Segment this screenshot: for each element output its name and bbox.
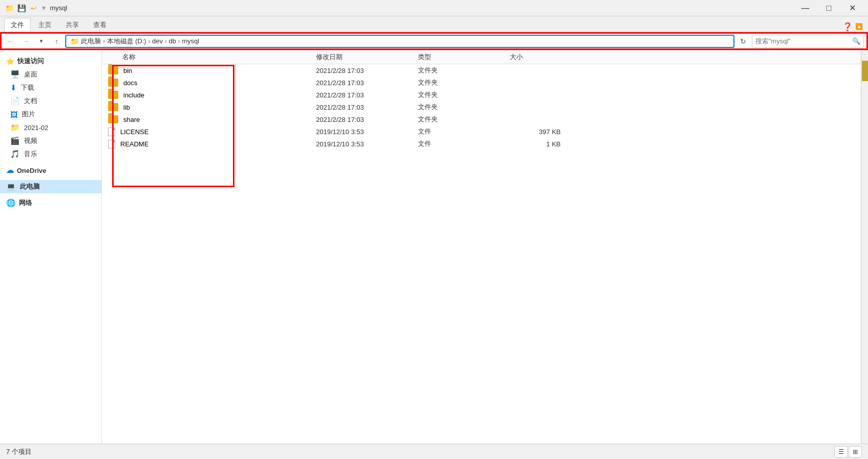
maximize-button[interactable]: □ [817, 0, 840, 16]
star-icon: ⭐ [6, 58, 14, 65]
dropdown-arrow[interactable]: ▼ [41, 5, 47, 12]
sidebar-section-onedrive[interactable]: ☁ OneDrive [0, 164, 101, 177]
file-name-text: README [120, 140, 149, 148]
file-name-text: lib [123, 104, 130, 111]
folder-icon [108, 115, 118, 123]
sidebar-item-downloads[interactable]: ⬇ 下载 [0, 81, 101, 94]
pictures-label: 图片 [22, 110, 35, 119]
table-row[interactable]: LICENSE 2019/12/10 3:53 文件 397 KB [102, 125, 868, 138]
file-type-cell: 文件夹 [418, 90, 510, 99]
dropdown-button[interactable]: ▼ [35, 35, 48, 48]
file-date-cell: 2021/2/28 17:03 [316, 116, 418, 123]
vertical-scrollbar[interactable] [861, 50, 868, 444]
file-date-cell: 2021/2/28 17:03 [316, 91, 418, 99]
sidebar-section-thispc[interactable]: 💻 此电脑 [0, 180, 101, 193]
title-bar-quick-access-icons: 📁 💾 ↩ ▼ [4, 3, 47, 13]
file-type-cell: 文件 [418, 139, 510, 148]
folder-icon [108, 103, 118, 111]
file-type-cell: 文件 [418, 127, 510, 136]
file-area: 名称 修改日期 类型 大小 bin 2021/2/28 17:03 文件夹 do… [102, 50, 868, 444]
desktop-label: 桌面 [24, 70, 37, 79]
search-input[interactable] [755, 37, 850, 45]
file-name-cell: share [102, 115, 316, 123]
sidebar-item-desktop[interactable]: 🖥️ 桌面 [0, 68, 101, 81]
close-button[interactable]: ✕ [840, 0, 864, 16]
sidebar-item-videos[interactable]: 🎬 视频 [0, 134, 101, 147]
file-name-text: LICENSE [120, 128, 149, 136]
address-box[interactable]: 📁 此电脑 › 本地磁盘 (D:) › dev › db › mysql [65, 35, 734, 48]
folder-2021-label: 2021-02 [24, 124, 48, 132]
download-icon: ⬇ [10, 83, 17, 92]
file-date-cell: 2019/12/10 3:53 [316, 128, 418, 136]
sidebar-section-quickaccess[interactable]: ⭐ 快速访问 [0, 55, 101, 68]
ribbon-tabs: 文件 主页 共享 查看 ❓ 🔼 [0, 16, 868, 32]
file-name-cell: lib [102, 103, 316, 111]
thispc-label: 此电脑 [20, 182, 40, 191]
table-row[interactable]: README 2019/12/10 3:53 文件 1 KB [102, 138, 868, 150]
folder-2021-icon: 📁 [10, 123, 20, 132]
col-name-header[interactable]: 名称 [102, 53, 316, 62]
grid-view-button[interactable]: ⊞ [849, 446, 862, 457]
sidebar-item-pictures[interactable]: 🖼 图片 [0, 108, 101, 121]
tab-home[interactable]: 主页 [32, 18, 58, 32]
save-icon[interactable]: 💾 [16, 3, 27, 13]
sidebar-item-documents[interactable]: 📄 文档 [0, 94, 101, 108]
file-date-cell: 2019/12/10 3:53 [316, 140, 418, 148]
network-icon: 🌐 [6, 198, 16, 208]
file-date-cell: 2021/2/28 17:03 [316, 104, 418, 111]
table-row[interactable]: docs 2021/2/28 17:03 文件夹 [102, 76, 868, 89]
col-type-header[interactable]: 类型 [418, 53, 510, 62]
forward-button[interactable]: → [19, 35, 33, 48]
col-size-header[interactable]: 大小 [510, 53, 571, 62]
window-title: mysql [50, 4, 791, 12]
minimize-button[interactable]: — [794, 0, 817, 16]
network-label: 网络 [19, 198, 32, 208]
scroll-thumb[interactable] [862, 61, 868, 81]
tab-share[interactable]: 共享 [59, 18, 86, 32]
folder-icon [108, 79, 118, 87]
back-button[interactable]: ← [4, 35, 17, 48]
list-view-button[interactable]: ☰ [834, 446, 848, 457]
up-button[interactable]: ↑ [50, 35, 63, 48]
music-icon: 🎵 [10, 149, 20, 159]
title-bar: 📁 💾 ↩ ▼ mysql — □ ✕ [0, 0, 868, 16]
undo-icon[interactable]: ↩ [29, 3, 39, 13]
file-list: bin 2021/2/28 17:03 文件夹 docs 2021/2/28 1… [102, 64, 868, 150]
sidebar-quickaccess-label: 快速访问 [17, 57, 44, 66]
refresh-button[interactable]: ↻ [737, 35, 750, 48]
table-row[interactable]: include 2021/2/28 17:03 文件夹 [102, 89, 868, 101]
collapse-ribbon-icon[interactable]: 🔼 [854, 21, 864, 32]
table-row[interactable]: bin 2021/2/28 17:03 文件夹 [102, 64, 868, 76]
view-buttons: ☰ ⊞ [834, 446, 862, 457]
thispc-icon: 💻 [6, 182, 16, 191]
sidebar-item-music[interactable]: 🎵 音乐 [0, 147, 101, 161]
pictures-icon: 🖼 [10, 110, 18, 119]
desktop-icon: 🖥️ [10, 70, 20, 79]
tab-file[interactable]: 文件 [4, 18, 31, 32]
file-name-text: bin [123, 67, 132, 74]
onedrive-label: OneDrive [17, 167, 46, 174]
documents-icon: 📄 [10, 96, 20, 106]
file-name-cell: docs [102, 79, 316, 87]
videos-icon: 🎬 [10, 136, 20, 145]
file-icon [108, 140, 115, 148]
column-header: 名称 修改日期 类型 大小 [102, 50, 868, 64]
main-area: ⭐ 快速访问 🖥️ 桌面 ⬇ 下载 📄 文档 🖼 图片 📁 2021-02 🎬 … [0, 50, 868, 444]
tab-view[interactable]: 查看 [87, 18, 113, 32]
file-name-cell: bin [102, 66, 316, 74]
file-name-cell: include [102, 91, 316, 99]
file-name-cell: LICENSE [102, 128, 316, 136]
col-date-header[interactable]: 修改日期 [316, 53, 418, 62]
help-icon[interactable]: ❓ [843, 21, 853, 32]
search-box[interactable]: 🔍 [752, 35, 864, 48]
music-label: 音乐 [24, 149, 37, 159]
file-type-cell: 文件夹 [418, 66, 510, 75]
onedrive-icon: ☁ [6, 166, 14, 175]
table-row[interactable]: lib 2021/2/28 17:03 文件夹 [102, 101, 868, 113]
sidebar-item-2021-02[interactable]: 📁 2021-02 [0, 121, 101, 134]
documents-label: 文档 [24, 96, 37, 106]
item-count: 7 个项目 [6, 447, 32, 456]
sidebar-section-network[interactable]: 🌐 网络 [0, 196, 101, 210]
search-icon[interactable]: 🔍 [852, 37, 860, 45]
table-row[interactable]: share 2021/2/28 17:03 文件夹 [102, 113, 868, 125]
